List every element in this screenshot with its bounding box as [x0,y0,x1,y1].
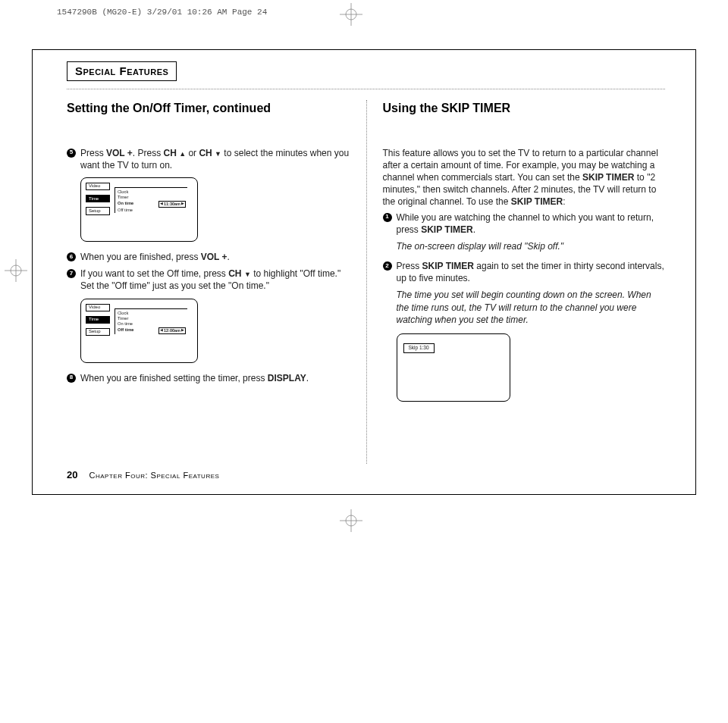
skip-step-2-text: Press SKIP TIMER again to set the timer … [397,260,666,284]
right-column: Using the SKIP TIMER This feature allows… [366,100,666,464]
skip-step-2: 2 Press SKIP TIMER again to set the time… [383,260,666,284]
skip-step-1: 1 While you are watching the channel to … [383,211,666,236]
skip-step-1-note: The on-screen display will read "Skip of… [397,240,666,252]
divider-horizontal [67,89,665,89]
print-slug: 1547290B (MG20-E) 3/29/01 10:26 AM Page … [57,8,267,17]
crop-mark-left [5,259,27,285]
step-6-text: When you are finished, press VOL +. [80,251,350,263]
section-title-text: Special Features [75,64,168,77]
tv-screen-1: Video Time Setup Clock Timer On time11:3… [80,177,198,242]
tv2-offtime-value: 12:00am [158,327,186,334]
skip-display-text: Skip 1:30 [403,343,435,353]
step-number-icon: 2 [383,261,392,271]
divider-vertical [366,100,367,464]
step-6: 6 When you are finished, press VOL +. [67,251,350,263]
step-number-icon: 8 [67,374,76,383]
step-5: 5 Press VOL +. Press CH or CH to select … [67,147,350,171]
step-number-icon: 6 [67,252,76,261]
skip-step-2-note: The time you set will begin counting dow… [397,289,666,326]
tv-screen-skip: Skip 1:30 [397,333,510,402]
crop-mark-top [340,3,362,26]
step-7-text: If you want to set the Off time, press C… [80,268,350,292]
step-number-icon: 1 [383,213,392,222]
tv1-submenu: Clock Timer On time11:30am Off time [115,187,187,213]
page-footer: 20 Chapter Four: Special Features [67,469,219,480]
tv2-tab-setup: Setup [86,328,110,336]
step-8: 8 When you are finished setting the time… [67,372,350,384]
page-number: 20 [67,469,77,480]
skip-step-1-text: While you are watching the channel to wh… [397,211,666,236]
left-heading: Setting the On/Off Timer, continued [67,100,350,117]
tv2-submenu: Clock Timer On time Off time12:00am [115,308,187,334]
section-title: Special Features [67,61,177,81]
skip-intro: This feature allows you to set the TV to… [383,147,666,208]
up-arrow-icon [179,148,186,158]
tv1-ontime-value: 11:30am [158,201,186,208]
left-column: Setting the On/Off Timer, continued 5 Pr… [67,100,366,464]
chapter-title: Chapter Four: Special Features [89,471,220,480]
crop-mark-center [340,509,362,535]
tv1-tab-time: Time [86,195,110,202]
down-arrow-icon [215,148,221,158]
step-number-icon: 7 [67,269,76,278]
right-heading: Using the SKIP TIMER [383,100,666,117]
step-number-icon: 5 [67,149,76,158]
step-7: 7 If you want to set the Off time, press… [67,268,350,292]
tv1-tab-video: Video [86,183,110,190]
page-frame: Special Features Setting the On/Off Time… [32,49,696,495]
down-arrow-icon [244,268,251,279]
step-8-text: When you are finished setting the timer,… [80,372,350,384]
tv-screen-2: Video Time Setup Clock Timer On time Off… [80,299,198,363]
tv1-tab-setup: Setup [86,207,110,214]
tv2-tab-video: Video [86,304,110,311]
tv2-tab-time: Time [86,316,110,324]
step-5-text: Press VOL +. Press CH or CH to select th… [80,147,350,171]
